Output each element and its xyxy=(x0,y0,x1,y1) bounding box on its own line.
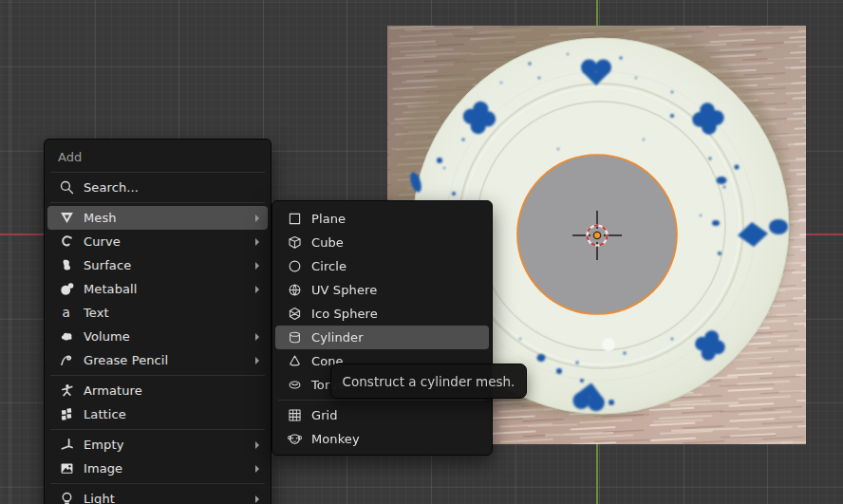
menu-item-label: Metaball xyxy=(84,282,248,296)
menu-item-search[interactable]: Search... xyxy=(47,176,268,199)
menu-item-lattice[interactable]: Lattice xyxy=(47,402,268,426)
submenu-item-ico-sphere[interactable]: Ico Sphere xyxy=(275,302,489,326)
menu-item-grease-pencil[interactable]: Grease Pencil xyxy=(47,348,268,372)
search-icon xyxy=(58,179,75,196)
text-icon: a xyxy=(58,305,75,322)
submenu-item-label: Monkey xyxy=(311,432,480,446)
curve-icon xyxy=(58,233,75,251)
submenu-item-circle[interactable]: Circle xyxy=(275,254,489,278)
tooltip-text: Construct a cylinder mesh. xyxy=(343,374,515,389)
menu-item-mesh[interactable]: Mesh xyxy=(47,206,268,230)
menu-item-volume[interactable]: Volume xyxy=(47,325,268,348)
menu-item-label: Light xyxy=(84,492,248,504)
mesh-icon xyxy=(58,210,75,227)
menu-divider xyxy=(278,400,486,401)
menu-item-surface[interactable]: Surface xyxy=(47,253,268,277)
menu-divider xyxy=(50,375,265,376)
menu-item-label: Armature xyxy=(84,383,248,398)
submenu-item-label: Grid xyxy=(311,408,480,422)
torus-icon xyxy=(286,377,303,394)
submenu-arrow-icon xyxy=(255,441,259,449)
volume-icon xyxy=(58,328,75,345)
menu-item-label: Volume xyxy=(84,329,248,344)
cube-icon xyxy=(286,234,303,252)
image-icon xyxy=(58,460,75,477)
submenu-item-label: Cube xyxy=(311,235,480,250)
submenu-item-plane[interactable]: Plane xyxy=(275,207,489,231)
add-menu: Add Search... Mesh Curve xyxy=(44,139,272,504)
cylinder-icon xyxy=(286,329,303,346)
monkey-icon xyxy=(286,431,303,448)
menu-item-label: Grease Pencil xyxy=(84,353,248,367)
grid-icon xyxy=(286,407,303,424)
armature-icon xyxy=(58,383,75,400)
submenu-item-label: Cylinder xyxy=(311,330,480,345)
submenu-arrow-icon xyxy=(255,215,259,222)
submenu-arrow-icon xyxy=(255,465,259,473)
submenu-arrow-icon xyxy=(255,238,259,246)
add-menu-title: Add xyxy=(45,143,271,169)
menu-item-label: Empty xyxy=(84,438,248,452)
submenu-item-cube[interactable]: Cube xyxy=(275,231,489,254)
submenu-item-uv-sphere[interactable]: UV Sphere xyxy=(275,278,489,302)
menu-item-light[interactable]: Light xyxy=(47,487,268,504)
submenu-item-monkey[interactable]: Monkey xyxy=(275,427,489,451)
menu-divider xyxy=(50,172,265,173)
menu-divider xyxy=(50,429,265,430)
menu-item-label: Text xyxy=(84,306,248,320)
menu-divider xyxy=(50,483,265,484)
submenu-arrow-icon xyxy=(255,333,259,341)
tooltip: Construct a cylinder mesh. xyxy=(330,364,527,399)
menu-item-label: Lattice xyxy=(84,407,248,421)
ico-sphere-icon xyxy=(286,306,303,323)
submenu-item-label: Plane xyxy=(311,212,480,226)
menu-item-label: Surface xyxy=(84,258,248,272)
submenu-arrow-icon xyxy=(255,495,259,503)
menu-item-armature[interactable]: Armature xyxy=(47,379,268,402)
submenu-item-label: Ico Sphere xyxy=(311,307,480,321)
mesh-submenu: Plane Cube Circle UV Sphere xyxy=(272,200,493,456)
metaball-icon xyxy=(58,281,75,298)
menu-item-curve[interactable]: Curve xyxy=(47,230,268,253)
cone-icon xyxy=(286,353,303,370)
menu-item-label: Mesh xyxy=(84,211,248,225)
menu-item-text[interactable]: a Text xyxy=(47,301,268,325)
svg-text:a: a xyxy=(62,305,69,320)
submenu-arrow-icon xyxy=(255,262,259,270)
submenu-arrow-icon xyxy=(255,357,259,364)
search-label: Search... xyxy=(84,180,248,195)
menu-item-metaball[interactable]: Metaball xyxy=(47,277,268,301)
empty-icon xyxy=(58,437,75,454)
submenu-item-label: UV Sphere xyxy=(311,283,480,297)
menu-item-image[interactable]: Image xyxy=(47,457,268,480)
menu-divider xyxy=(50,202,265,203)
light-icon xyxy=(58,491,75,504)
submenu-item-label: Circle xyxy=(311,259,480,273)
menu-item-empty[interactable]: Empty xyxy=(47,433,268,457)
submenu-arrow-icon xyxy=(255,286,259,293)
plane-icon xyxy=(286,211,303,228)
menu-item-label: Curve xyxy=(84,234,248,249)
menu-item-label: Image xyxy=(84,461,248,476)
uv-sphere-icon xyxy=(286,282,303,299)
lattice-icon xyxy=(58,406,75,423)
surface-icon xyxy=(58,257,75,274)
submenu-item-cylinder[interactable]: Cylinder xyxy=(275,326,489,349)
grease-pencil-icon xyxy=(58,352,75,369)
viewport-top-edge xyxy=(0,2,843,3)
submenu-item-grid[interactable]: Grid xyxy=(275,403,489,427)
circle-icon xyxy=(286,258,303,275)
